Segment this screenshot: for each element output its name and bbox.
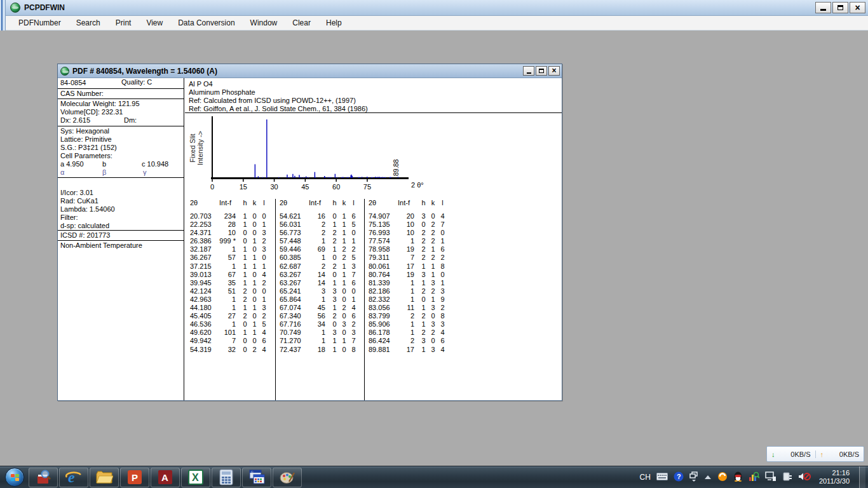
table-row: 77.5741221 [365, 237, 453, 245]
cell-parameters-label: Cell Parameters: [60, 152, 112, 159]
table-row: 54.31932024 [186, 346, 275, 354]
svg-text:e: e [68, 469, 75, 485]
volume-cd: Volume[CD]: 232.31 [60, 108, 123, 116]
table-row: 39.01367104 [186, 271, 275, 279]
main-titlebar: PCPDFWIN × [6, 0, 868, 16]
menu-print[interactable]: Print [108, 17, 139, 29]
formula: Al P O4 [189, 80, 562, 88]
d-spacing: d-sp: calculated [60, 222, 109, 229]
window-restore-icon[interactable] [689, 471, 698, 483]
menu-pdfnumber[interactable]: PDFNumber [11, 17, 69, 29]
column-header: 2θ [280, 199, 309, 207]
table-row: 67.07445124 [276, 304, 364, 312]
tray-time: 21:16 [819, 469, 850, 477]
pcpdfwin-taskbar-icon[interactable]: C: [242, 468, 271, 487]
help-icon[interactable]: ? [674, 471, 684, 483]
table-row: 86.1781224 [365, 329, 453, 337]
taskbar: e P A X C: CH ? [0, 466, 868, 488]
clock[interactable]: 21:16 2011/3/30 [817, 469, 853, 485]
svg-text:75: 75 [363, 183, 371, 191]
adobe-reader-icon[interactable]: A [151, 468, 180, 487]
table-row: 65.8641301 [276, 295, 364, 304]
table-row: 71.2701117 [276, 337, 364, 345]
menu-search[interactable]: Search [69, 17, 108, 29]
reference-1: Ref: Calculated from ICSD using POWD-12+… [189, 97, 562, 105]
table-row: 59.44669122 [276, 245, 364, 254]
close-icon: × [552, 68, 556, 74]
column-header: h [330, 199, 339, 207]
qq-icon[interactable] [733, 471, 743, 483]
table-row: 44.1801113 [186, 304, 275, 312]
download-arrow-icon: ↓ [771, 451, 775, 458]
start-button[interactable] [5, 468, 24, 487]
cell-a: a 4.950 [60, 160, 84, 168]
background-window-edge [0, 0, 6, 32]
maximize-icon [539, 69, 544, 73]
menu-bar: PDFNumber Search Print View Data Convers… [6, 16, 868, 30]
network-speed-widget[interactable]: ↓ 0KB/S ↑ 0KB/S [766, 446, 864, 462]
sogou-icon[interactable] [717, 471, 728, 483]
show-hidden-icons[interactable] [704, 474, 712, 481]
column-header: 2θ [369, 199, 398, 207]
table-row: 74.90720304 [365, 212, 453, 220]
pcpdfwin-globe-icon [10, 3, 20, 13]
pdf-card-window: PDF # 840854, Wavelength = 1.54060 (A) ×… [57, 64, 562, 401]
x-axis-label: 2 θ° [411, 181, 424, 189]
y-axis-label-line2: Intensity -> [196, 131, 204, 165]
column-header: l [349, 199, 358, 207]
phase-header: Al P O4 Aluminum Phosphate Ref: Calculat… [185, 78, 562, 113]
table-row: 65.2413300 [276, 287, 364, 295]
dictionary-icon[interactable] [29, 468, 58, 487]
svg-text:0: 0 [210, 183, 214, 191]
menu-view[interactable]: View [139, 17, 170, 29]
dx-value: Dx: 2.615 [60, 116, 90, 124]
card-titlebar[interactable]: PDF # 840854, Wavelength = 1.54060 (A) × [58, 64, 562, 78]
svg-text:P: P [132, 472, 138, 483]
column-header: l [259, 199, 269, 207]
table-body: 54.6211601656.031211556.773221057.448121… [276, 212, 364, 354]
peak-annotation: 89.88 [392, 159, 400, 176]
card-close-button[interactable]: × [548, 66, 560, 76]
menu-clear[interactable]: Clear [285, 17, 318, 29]
card-maximize-button[interactable] [536, 66, 547, 76]
i-icor: I/Icor: 3.01 [60, 189, 93, 196]
y-axis-label-line1: Fixed Slit [189, 133, 196, 162]
language-indicator[interactable]: CH [640, 473, 651, 482]
maximize-button[interactable] [832, 2, 848, 13]
card-minimize-button[interactable] [523, 66, 534, 76]
card-window-title: PDF # 840854, Wavelength = 1.54060 (A) [72, 67, 217, 76]
table-header: 2θInt-fhkl [365, 199, 453, 212]
peak-table-group-2: 2θInt-fhkl 54.6211601656.031211556.77322… [275, 199, 364, 400]
table-row: 82.3321019 [365, 295, 453, 304]
stock-chart-icon[interactable] [749, 471, 759, 483]
volume-muted-icon[interactable] [798, 471, 811, 483]
network-icon[interactable] [765, 471, 776, 483]
table-row: 63.26714017 [276, 271, 364, 279]
beta-label: β [102, 168, 106, 177]
paint-icon[interactable] [273, 468, 302, 487]
column-header: l [438, 199, 447, 207]
table-row: 81.3391131 [365, 279, 453, 287]
minimize-icon [820, 9, 826, 11]
calculator-icon[interactable] [212, 468, 241, 487]
keyboard-icon[interactable] [656, 473, 668, 482]
internet-explorer-icon[interactable]: e [59, 468, 88, 487]
table-row: 49.9427006 [186, 337, 275, 345]
excel-icon[interactable]: X [181, 468, 210, 487]
menu-data-conversion[interactable]: Data Conversion [170, 17, 242, 29]
folder-icon[interactable] [90, 468, 119, 487]
system-tray: CH ? [640, 466, 868, 488]
menu-window[interactable]: Window [243, 17, 285, 29]
table-row: 32.1871103 [186, 245, 275, 254]
table-row: 63.26714116 [276, 279, 364, 287]
column-header: 2θ [190, 199, 219, 207]
minimize-button[interactable] [815, 2, 831, 13]
menu-help[interactable]: Help [318, 17, 349, 29]
column-header: Int-f [219, 199, 238, 207]
close-icon: × [855, 4, 860, 11]
powerpoint-icon[interactable]: P [120, 468, 149, 487]
device-plug-icon[interactable] [782, 471, 792, 483]
close-button[interactable]: × [850, 2, 865, 13]
show-desktop-button[interactable] [859, 466, 865, 488]
table-row: 72.43718108 [276, 346, 364, 354]
